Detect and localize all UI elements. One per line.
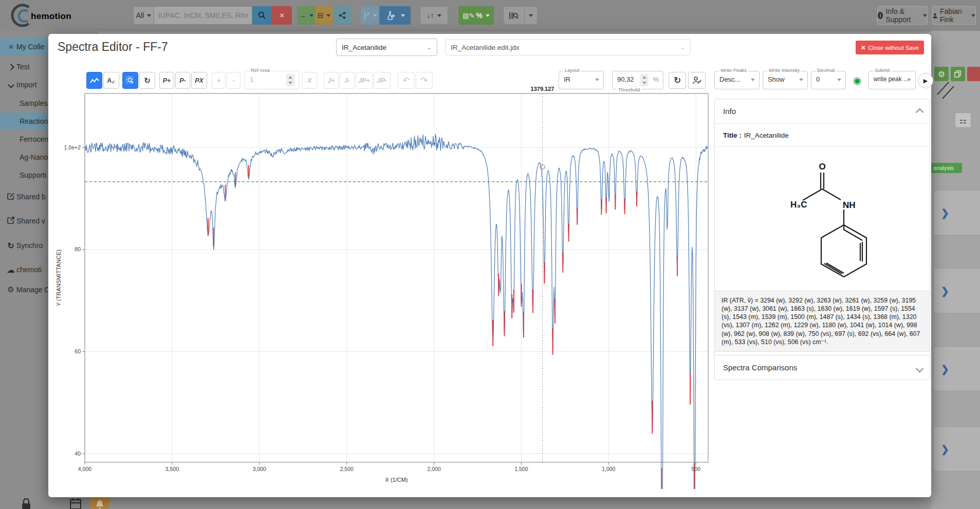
caret-down-icon [529,14,533,17]
chevron-right-icon[interactable]: ❯ [941,285,949,297]
close-without-save-button[interactable]: ✕ Close without Save [856,41,924,54]
bell-icon [96,500,104,509]
write-peaks-value: Desc... [719,76,740,83]
spectra-comparisons-card: Spectra Comparisons [714,355,930,380]
caret-down-icon [326,14,330,17]
plot-border [85,93,708,462]
x-tick-label: 4,000 [78,466,91,472]
chevron-down-icon: ⌄ [680,44,685,51]
search-button[interactable] [252,6,272,25]
search-scope-label: All [136,11,144,20]
notification-bell-button[interactable] [90,495,109,509]
decimal-field[interactable]: Decimal 0 [811,71,846,89]
chevron-right-icon[interactable]: ❯ [941,363,949,375]
caret-down-icon [309,14,313,17]
copy-icon [954,70,961,78]
import-export-button[interactable]: ↓↑ [420,6,448,25]
search-input[interactable] [154,6,252,25]
search-icon [258,11,266,20]
edit-square-icon [5,193,16,201]
chevron-down-icon [916,365,924,373]
caret-down-icon [437,14,441,17]
sidebar-item-label: Reaction [20,117,48,125]
amine-label: NH [843,200,856,210]
x-tick-label: 1,000 [602,466,615,472]
comparisons-accordion-header[interactable]: Spectra Comparisons [715,355,930,380]
cursor-label: 1379.127 [531,86,554,92]
write-intensity-label: Write Intensity [767,68,801,73]
scan-button[interactable] [503,6,525,25]
target-button[interactable]: ◉ [849,72,865,89]
spectrum-file-select[interactable]: IR_Acetanilide ⌄ [336,39,437,56]
scan-options-button[interactable] [525,6,538,25]
export-samples-button[interactable]: → [297,6,315,25]
sidebar-item-label: Shared b [16,193,46,201]
molecule-panel: O H₃C NH [715,147,930,287]
lock-icon[interactable] [21,498,32,509]
clear-search-button[interactable]: × [272,6,292,25]
write-intensity-field[interactable]: Write Intensity Show [763,71,808,89]
play-icon: ▶ [923,78,928,84]
caret-down-icon [923,14,927,17]
search-scope-select[interactable]: All [133,6,154,25]
spectrum-line [85,134,708,489]
gear-icon: ⚙ [5,285,16,294]
write-peaks-label: Write Peaks [719,68,748,73]
user-menu[interactable]: Fabian Fink [932,6,976,25]
chevron-right-icon[interactable]: ❯ [941,443,949,455]
info-card: Info Title : IR_Acetanilide [714,99,930,357]
molecule-structure: O H₃C NH [766,152,879,281]
y-tick-label: 60 [75,348,81,354]
ir-spectrum-chart[interactable]: 4,0003,5003,0002,5002,0001,5001,0005001.… [48,78,716,489]
submit-value: write peak ... [874,76,909,83]
x-tick-label: 3,500 [165,466,179,472]
spectrum-file-label: IR_Acetanilide [342,44,386,51]
peak-list-text: IR (ATR, ṽ) = 3294 (w), 3292 (w), 3263 (… [715,291,930,352]
decimal-label: Decimal [816,68,836,73]
sync-icon: ↻ [5,241,16,251]
peak-markers [208,165,694,489]
info-support-menu[interactable]: i Info & Support [877,6,928,25]
x-icon: ✕ [861,44,866,51]
document-edit-icon: ▤✎ [463,12,474,20]
oxygen-label: O [819,162,825,172]
info-accordion-header[interactable]: Info [715,99,930,123]
spectra-editor-modal: Spectra Editor - FF-7 IR_Acetanilide ⌄ I… [48,34,931,497]
create-sample-button[interactable] [379,6,411,25]
external-link-icon [5,217,16,225]
sidebar-item-label: Samples [20,99,47,107]
share-button[interactable] [333,6,351,25]
sidebar-item-label: chemoti [16,266,42,274]
caret-down-icon [799,79,803,81]
remove-button[interactable]: ⊟ [315,6,333,25]
minus-square-icon: ⊟ [318,11,324,20]
caret-down-icon [373,14,377,17]
sidebar-item-label: My Colle [16,43,44,51]
flask-plus-icon [385,11,396,20]
sidebar-item-label: Import [16,81,37,89]
filter-options-button[interactable]: ⚏ [955,112,971,128]
x-axis-title: X (1/CM) [385,477,408,483]
calendar-icon[interactable] [70,498,81,509]
brand-logo[interactable]: hemotion [6,3,83,30]
list-icon: ≡ [5,43,16,51]
chevron-right-icon[interactable]: ❯ [941,207,949,219]
background-card: ❯ [933,190,980,235]
sample-task-button[interactable] [361,6,379,25]
comparisons-header-label: Spectra Comparisons [723,363,797,372]
run-submit-button[interactable]: ▶ [918,73,933,88]
submit-field[interactable]: Submit write peak ... [868,71,916,89]
report-button[interactable]: ▤✎% [458,6,494,25]
background-card: ❯ [933,426,980,472]
sidebar-item-label: Shared v [16,217,45,225]
user-name-label: Fabian Fink [940,7,968,24]
close-panel-button[interactable] [967,67,980,81]
caret-down-icon [147,14,151,17]
y-tick-label: 80 [75,246,81,252]
edit-file-select[interactable]: IR_Acetanilide.edit.jdx ⌄ [445,39,691,55]
edit-file-label: IR_Acetanilide.edit.jdx [451,44,520,51]
submit-label: Submit [873,68,892,73]
title-value: IR_Acetanilide [744,131,789,139]
write-peaks-field[interactable]: Write Peaks Desc... [714,71,760,89]
caret-down-icon [751,79,755,81]
